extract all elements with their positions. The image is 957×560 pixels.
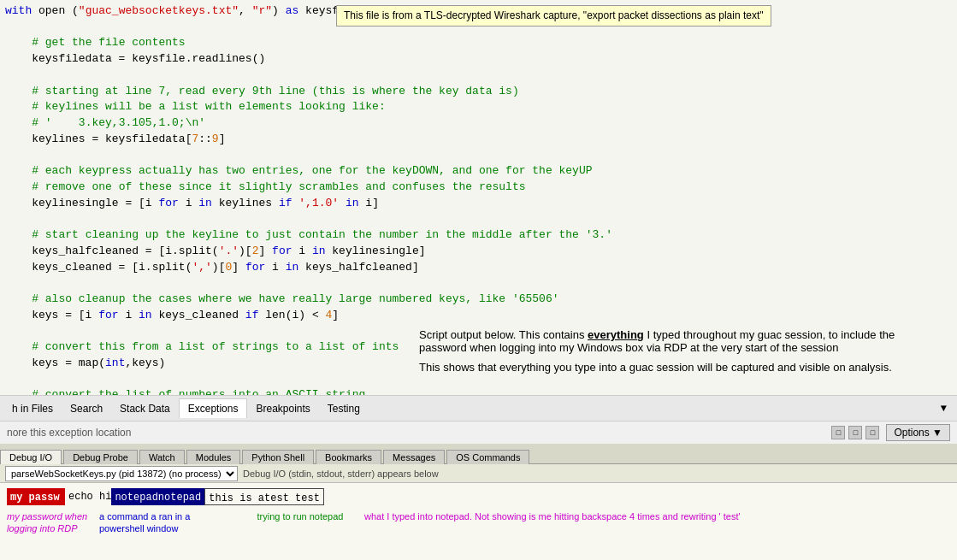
- test-box: this is atest test: [204, 488, 324, 505]
- icon-box-2[interactable]: □: [848, 426, 862, 439]
- code-line-14: keys_cleaned = [i.split(',')[0] for i in…: [5, 260, 952, 276]
- debug-tab-io[interactable]: Debug I/O: [0, 450, 62, 464]
- terminal-cmd-row: my passw echo hi notepadnotepad this is …: [7, 488, 950, 505]
- code-line-blank2: [5, 68, 952, 84]
- ignore-row: nore this exception location □ □ □ Optio…: [0, 421, 957, 445]
- code-line-7: # ' 3.key,3.105,1.0;\n': [5, 115, 952, 132]
- code-line-11: keylinesingle = [i for i in keylines if …: [5, 196, 952, 212]
- debug-tab-probe[interactable]: Debug Probe: [63, 450, 138, 464]
- script-output-line2: password when logging into my Windows bo…: [419, 341, 948, 354]
- ignore-text: nore this exception location: [7, 427, 831, 439]
- process-select[interactable]: parseWebSocketKeys.py (pid 13872) (no pr…: [5, 466, 238, 481]
- script-output-rest: I typed throughout my guac session, to i…: [644, 328, 895, 341]
- debug-panel: Debug I/O Debug Probe Watch Modules Pyth…: [0, 444, 957, 560]
- echo-prefix: echo hi: [65, 491, 111, 503]
- code-line-10: # remove one of these since it slightly …: [5, 180, 952, 196]
- code-line-6: # keylines will be a list with elements …: [5, 99, 952, 115]
- script-output-section: Script output below. This contains every…: [411, 323, 957, 379]
- terminal-area: my passw echo hi notepadnotepad this is …: [0, 483, 957, 560]
- code-line-12: # start cleaning up the keyline to just …: [5, 227, 952, 244]
- debug-tab-pyshell[interactable]: Python Shell: [242, 450, 314, 464]
- code-line-9: # each keypress actually has two entries…: [5, 163, 952, 180]
- tooltip-box: This file is from a TLS-decrypted Wiresh…: [336, 5, 771, 27]
- notepad-box: notepadnotepad: [111, 488, 204, 505]
- tab-search[interactable]: Search: [62, 399, 111, 418]
- code-line-blank4: [5, 211, 952, 227]
- annotation-2: a command a ran in a powershell window: [99, 510, 227, 535]
- debug-tabs-row: Debug I/O Debug Probe Watch Modules Pyth…: [0, 444, 957, 464]
- code-line-5: # starting at line 7, read every 9th lin…: [5, 84, 952, 100]
- tab-testing[interactable]: Testing: [319, 399, 369, 418]
- code-line-8: keylines = keysfiledata[7::9]: [5, 132, 952, 148]
- annotation-4: what I typed into notepad. Not showing i…: [364, 510, 950, 522]
- password-box: my passw: [7, 488, 65, 505]
- annotation-1: my password when logging into RDP: [7, 510, 91, 535]
- script-output-line3: This shows that everything you type into…: [419, 361, 948, 374]
- code-line-4: keysfiledata = keysfile.readlines(): [5, 51, 952, 68]
- script-output-prefix: Script output below. This contains: [419, 328, 588, 341]
- code-line-blank3: [5, 147, 952, 163]
- tab-h-in-files[interactable]: h in Files: [3, 399, 62, 418]
- script-output-line1: Script output below. This contains every…: [419, 328, 948, 341]
- options-button[interactable]: Options ▼: [886, 424, 950, 441]
- code-line-15: # also cleanup the cases where we have r…: [5, 292, 952, 308]
- debug-tab-watch[interactable]: Watch: [139, 450, 185, 464]
- process-row: parseWebSocketKeys.py (pid 13872) (no pr…: [0, 464, 957, 483]
- code-line-16: keys = [i for i in keys_cleaned if len(i…: [5, 308, 952, 324]
- icon-box-1[interactable]: □: [831, 426, 845, 439]
- annotation-3: trying to run notepad: [245, 510, 356, 522]
- debug-tab-messages[interactable]: Messages: [383, 450, 445, 464]
- toolbar-chevron[interactable]: ▼: [934, 399, 954, 418]
- debug-io-info: Debug I/O (stdin, stdout, stderr) appear…: [243, 469, 439, 479]
- tab-breakpoints[interactable]: Breakpoints: [247, 399, 318, 418]
- script-output-underline: everything: [588, 328, 644, 341]
- code-line-13: keys_halfcleaned = [i.split('.')[2] for …: [5, 244, 952, 260]
- code-line-blank5: [5, 275, 952, 292]
- icon-box-3[interactable]: □: [865, 426, 879, 439]
- debug-tab-bookmarks[interactable]: Bookmarks: [316, 450, 381, 464]
- debug-tab-modules[interactable]: Modules: [186, 450, 241, 464]
- tab-stack-data[interactable]: Stack Data: [111, 399, 179, 418]
- bottom-toolbar: h in Files Search Stack Data Exceptions …: [0, 395, 957, 421]
- debug-tab-os-commands[interactable]: OS Commands: [446, 450, 529, 464]
- main-container: This file is from a TLS-decrypted Wiresh…: [0, 0, 957, 560]
- code-line-3: # get the file contents: [5, 35, 952, 51]
- annotations-row: my password when logging into RDP a comm…: [7, 510, 950, 535]
- tab-exceptions[interactable]: Exceptions: [179, 398, 248, 418]
- ignore-icons: □ □ □: [831, 426, 879, 439]
